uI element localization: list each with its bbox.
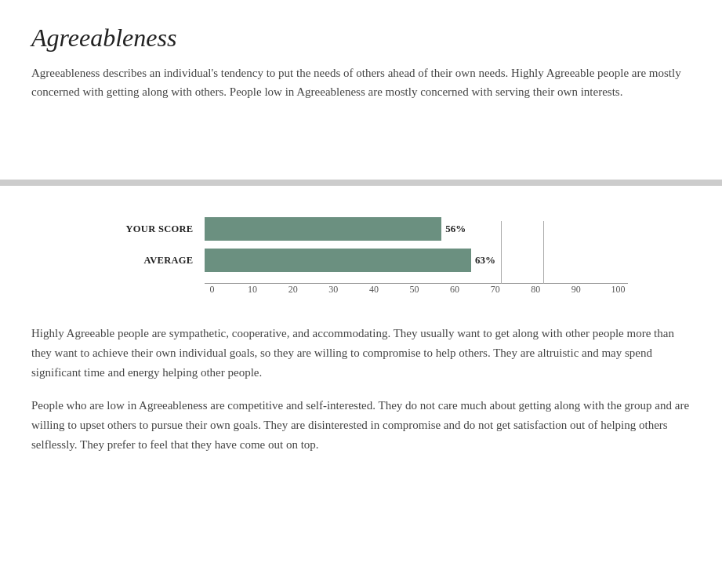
axis-0: 0	[205, 284, 220, 296]
description-bottom-2: People who are low in Agreeableness are …	[31, 396, 691, 454]
average-track: 63%	[205, 249, 628, 272]
your-score-value: 56%	[445, 223, 466, 235]
spacer	[31, 117, 691, 180]
your-score-bar	[205, 217, 441, 241]
axis-10: 10	[245, 284, 260, 296]
vline-70	[501, 221, 502, 284]
axis-90: 90	[568, 284, 584, 296]
axis-40: 40	[366, 284, 382, 296]
average-bar	[205, 249, 471, 272]
axis-labels: 0 10 20 30 40 50 60 70 80 90 100	[205, 284, 628, 296]
average-value: 63%	[475, 254, 495, 267]
average-label: AVERAGE	[111, 255, 205, 267]
axis-80: 80	[528, 284, 543, 296]
your-score-row: YOUR SCORE 56%	[111, 217, 628, 241]
axis-50: 50	[406, 284, 422, 296]
axis-60: 60	[447, 284, 463, 296]
page-title: Agreeableness	[31, 24, 691, 53]
axis-20: 20	[285, 284, 301, 296]
description-bottom-1: Highly Agreeable people are sympathetic,…	[31, 324, 691, 382]
chart-section: YOUR SCORE 56% AVERAGE 63% 0 10 20 30 40…	[95, 217, 628, 296]
vline-80	[543, 221, 544, 284]
axis-30: 30	[325, 284, 341, 296]
your-score-track: 56%	[205, 217, 628, 241]
description-top: Agreeableness describes an individual's …	[31, 64, 691, 101]
chart-axis: 0 10 20 30 40 50 60 70 80 90 100	[205, 280, 628, 296]
average-row: AVERAGE 63%	[111, 249, 628, 272]
your-score-label: YOUR SCORE	[111, 223, 205, 235]
axis-100: 100	[608, 284, 627, 296]
section-divider	[0, 180, 722, 186]
axis-70: 70	[488, 284, 503, 296]
